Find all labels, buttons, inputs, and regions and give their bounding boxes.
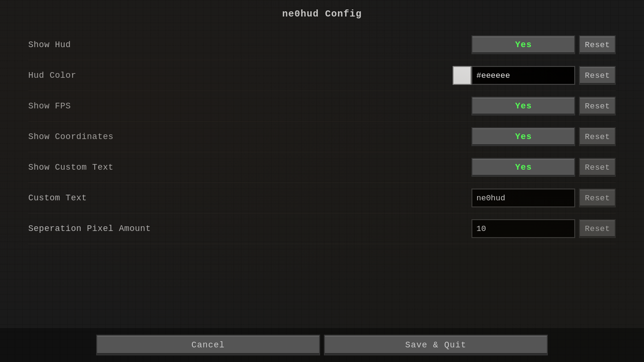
toggle-show-fps[interactable]: Yes bbox=[471, 97, 575, 115]
custom-text-input[interactable] bbox=[471, 189, 575, 207]
toggle-show-custom-text[interactable]: Yes bbox=[471, 158, 575, 177]
reset-show-hud[interactable]: Reset bbox=[579, 35, 616, 54]
bottom-bar: Cancel Save & Quit bbox=[0, 328, 644, 362]
hud-color-input[interactable] bbox=[471, 66, 575, 85]
row-show-fps: Show FPS Yes Reset bbox=[28, 91, 616, 122]
label-hud-color: Hud Color bbox=[28, 71, 76, 80]
reset-show-fps[interactable]: Reset bbox=[579, 97, 616, 115]
controls-custom-text: Reset bbox=[471, 189, 616, 207]
controls-show-coordinates: Yes Reset bbox=[471, 127, 616, 146]
label-show-hud: Show Hud bbox=[28, 40, 71, 49]
label-separation-pixel-amount: Seperation Pixel Amount bbox=[28, 224, 151, 233]
row-hud-color: Hud Color Reset bbox=[28, 60, 616, 91]
label-show-custom-text: Show Custom Text bbox=[28, 163, 114, 172]
separation-pixel-input[interactable] bbox=[471, 219, 575, 238]
page-title: ne0hud Config bbox=[0, 0, 644, 25]
toggle-show-coordinates[interactable]: Yes bbox=[471, 127, 575, 146]
label-custom-text: Custom Text bbox=[28, 193, 87, 203]
label-show-coordinates: Show Coordinates bbox=[28, 132, 114, 141]
controls-hud-color: Reset bbox=[453, 66, 616, 85]
reset-hud-color[interactable]: Reset bbox=[579, 66, 616, 85]
row-custom-text: Custom Text Reset bbox=[28, 183, 616, 214]
controls-show-hud: Yes Reset bbox=[471, 35, 616, 54]
reset-separation-pixel[interactable]: Reset bbox=[579, 219, 616, 238]
controls-separation-pixel-amount: Reset bbox=[471, 219, 616, 238]
toggle-show-hud[interactable]: Yes bbox=[471, 35, 575, 54]
controls-show-fps: Yes Reset bbox=[471, 97, 616, 115]
save-quit-button[interactable]: Save & Quit bbox=[324, 335, 548, 355]
color-preview-box bbox=[453, 66, 471, 85]
cancel-button[interactable]: Cancel bbox=[96, 335, 320, 355]
label-show-fps: Show FPS bbox=[28, 101, 71, 111]
config-container: Show Hud Yes Reset Hud Color Reset Show … bbox=[0, 25, 644, 244]
row-show-coordinates: Show Coordinates Yes Reset bbox=[28, 122, 616, 152]
controls-show-custom-text: Yes Reset bbox=[471, 158, 616, 177]
row-separation-pixel-amount: Seperation Pixel Amount Reset bbox=[28, 214, 616, 244]
reset-show-custom-text[interactable]: Reset bbox=[579, 158, 616, 177]
reset-show-coordinates[interactable]: Reset bbox=[579, 127, 616, 146]
row-show-hud: Show Hud Yes Reset bbox=[28, 30, 616, 60]
row-show-custom-text: Show Custom Text Yes Reset bbox=[28, 152, 616, 183]
reset-custom-text[interactable]: Reset bbox=[579, 189, 616, 207]
